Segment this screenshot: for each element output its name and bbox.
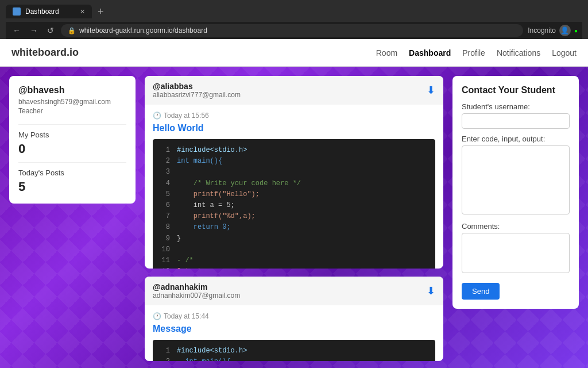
incognito-area: Incognito 👤 ● bbox=[528, 25, 578, 36]
nav-room[interactable]: Room bbox=[376, 48, 397, 57]
code-textarea[interactable] bbox=[462, 145, 570, 214]
content-columns: @bhavesh bhaveshsingh579@gmail.com Teach… bbox=[0, 67, 588, 368]
code-line: 2- int main(){ bbox=[161, 356, 427, 361]
center-feed: @aliabbas aliabbasrizvi777@gmail.com ⬇ 🕐… bbox=[145, 76, 443, 361]
post-timestamp-2: 🕐 Today at 15:44 bbox=[153, 312, 435, 320]
todays-posts-label: Today's Posts bbox=[18, 168, 126, 177]
post-card-1: @aliabbas aliabbasrizvi777@gmail.com ⬇ 🕐… bbox=[145, 76, 443, 269]
code-line: 5 printf("Hello"); bbox=[161, 189, 427, 200]
student-input[interactable] bbox=[462, 113, 570, 129]
student-label: Student's username: bbox=[462, 102, 570, 111]
app-navbar: whiteboard.io Room Dashboard Profile Not… bbox=[0, 39, 588, 67]
comments-textarea[interactable] bbox=[462, 233, 570, 273]
contact-card: Contact Your Student Student's username:… bbox=[452, 76, 579, 309]
code-line: 10 bbox=[161, 244, 427, 255]
nav-links: Room Dashboard Profile Notifications Log… bbox=[376, 48, 577, 57]
browser-tabs: Dashboard ✕ + bbox=[6, 5, 582, 18]
post-header-2: @adnanhakim adnanhakim007@gmail.com ⬇ bbox=[145, 277, 443, 305]
browser-chrome: Dashboard ✕ + ← → ↺ 🔒 whiteboard-guakf.r… bbox=[0, 0, 588, 39]
code-line: 1#include<stdio.h> bbox=[161, 346, 427, 356]
user-card: @bhavesh bhaveshsingh579@gmail.com Teach… bbox=[9, 76, 136, 204]
app-logo: whiteboard.io bbox=[11, 47, 79, 59]
new-tab-button[interactable]: + bbox=[94, 6, 107, 18]
post-body-2: 🕐 Today at 15:44 Message 1#include<stdio… bbox=[145, 305, 443, 361]
active-tab[interactable]: Dashboard ✕ bbox=[6, 5, 92, 18]
code-line: 4 /* Write your code here */ bbox=[161, 178, 427, 189]
code-line: 9} bbox=[161, 233, 427, 244]
post-header-1: @aliabbas aliabbasrizvi777@gmail.com ⬇ bbox=[145, 76, 443, 105]
left-panel: @bhavesh bhaveshsingh579@gmail.com Teach… bbox=[9, 76, 136, 361]
nav-profile[interactable]: Profile bbox=[462, 48, 485, 57]
post-username-2: @adnanhakim bbox=[153, 282, 240, 292]
right-panel: Contact Your Student Student's username:… bbox=[452, 76, 579, 361]
post-card-2: @adnanhakim adnanhakim007@gmail.com ⬇ 🕐 … bbox=[145, 277, 443, 361]
nav-dashboard[interactable]: Dashboard bbox=[409, 48, 451, 57]
main-content: @bhavesh bhaveshsingh579@gmail.com Teach… bbox=[0, 67, 588, 368]
address-bar[interactable]: 🔒 whiteboard-guakf.run.goorm.io/dashboar… bbox=[61, 24, 523, 37]
post-email-1: aliabbasrizvi777@gmail.com bbox=[153, 91, 241, 99]
forward-button[interactable]: → bbox=[28, 25, 40, 36]
code-line: 2int main(){ bbox=[161, 156, 427, 167]
code-line: 11- /* bbox=[161, 255, 427, 266]
incognito-avatar: 👤 bbox=[559, 25, 571, 36]
tab-favicon-icon bbox=[13, 7, 21, 16]
browser-addressbar: ← → ↺ 🔒 whiteboard-guakf.run.goorm.io/da… bbox=[6, 22, 582, 39]
code-line: 8 return 0; bbox=[161, 222, 427, 233]
lock-icon: 🔒 bbox=[68, 27, 76, 34]
download-icon-2[interactable]: ⬇ bbox=[427, 285, 435, 297]
code-line: 12Output: bbox=[161, 266, 427, 269]
clock-icon-2: 🕐 bbox=[153, 312, 161, 320]
todays-posts-value: 5 bbox=[18, 179, 126, 194]
nav-logout[interactable]: Logout bbox=[552, 48, 577, 57]
post-timestamp-1: 🕐 Today at 15:56 bbox=[153, 112, 435, 120]
user-role: Teacher bbox=[18, 107, 126, 115]
incognito-dot: ● bbox=[574, 28, 578, 34]
code-line: 1#include<stdio.h> bbox=[161, 145, 427, 156]
divider-2 bbox=[18, 162, 126, 163]
comments-label: Comments: bbox=[462, 222, 570, 231]
nav-notifications[interactable]: Notifications bbox=[497, 48, 540, 57]
my-posts-label: My Posts bbox=[18, 131, 126, 139]
tab-label: Dashboard bbox=[25, 7, 59, 16]
post-title-2: Message bbox=[153, 324, 435, 334]
user-email: bhaveshsingh579@gmail.com bbox=[18, 98, 126, 106]
post-user-info-1: @aliabbas aliabbasrizvi777@gmail.com bbox=[153, 82, 241, 99]
download-icon-1[interactable]: ⬇ bbox=[427, 84, 435, 97]
code-block-1: 1#include<stdio.h> 2int main(){ 3 4 /* W… bbox=[153, 139, 435, 269]
code-line: 7 printf("%d",a); bbox=[161, 211, 427, 222]
my-posts-value: 0 bbox=[18, 141, 126, 156]
post-email-2: adnanhakim007@gmail.com bbox=[153, 292, 240, 300]
code-block-2: 1#include<stdio.h> 2- int main(){ bbox=[153, 340, 435, 361]
code-label: Enter code, input, output: bbox=[462, 135, 570, 143]
contact-title: Contact Your Student bbox=[462, 85, 570, 95]
refresh-button[interactable]: ↺ bbox=[45, 25, 56, 36]
url-display: whiteboard-guakf.run.goorm.io/dashboard bbox=[79, 26, 207, 34]
post-body-1: 🕐 Today at 15:56 Hello World 1#include<s… bbox=[145, 105, 443, 269]
send-button[interactable]: Send bbox=[462, 283, 500, 300]
divider bbox=[18, 124, 126, 125]
clock-icon-1: 🕐 bbox=[153, 112, 161, 120]
code-line: 3 bbox=[161, 167, 427, 178]
app-wrapper: whiteboard.io Room Dashboard Profile Not… bbox=[0, 39, 588, 368]
post-username-1: @aliabbas bbox=[153, 82, 241, 91]
tab-close-button[interactable]: ✕ bbox=[80, 8, 85, 16]
code-line: 6 int a = 5; bbox=[161, 200, 427, 211]
incognito-label: Incognito bbox=[528, 26, 556, 34]
post-user-info-2: @adnanhakim adnanhakim007@gmail.com bbox=[153, 282, 240, 300]
back-button[interactable]: ← bbox=[10, 25, 23, 36]
post-title-1: Hello World bbox=[153, 123, 435, 133]
user-handle: @bhavesh bbox=[18, 85, 126, 95]
